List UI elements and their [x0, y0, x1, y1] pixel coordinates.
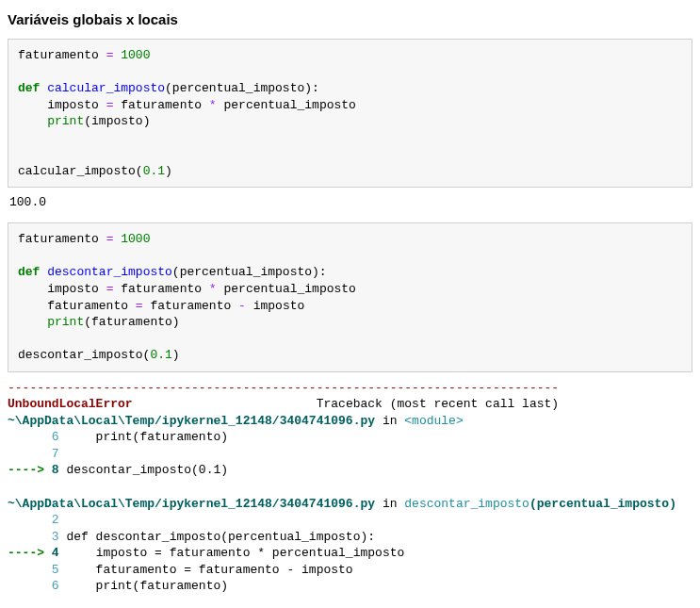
tb-path2: ~\AppData\Local\Temp/ipykernel_12148/340…: [8, 497, 375, 511]
c2-l1-var: faturamento: [18, 232, 106, 246]
tb-arrow1: ---->: [8, 463, 52, 477]
traceback: ----------------------------------------…: [8, 380, 692, 608]
c1-l5-ind: [18, 114, 47, 128]
tb-in2: in: [375, 497, 404, 511]
tb-arg-close: ): [669, 497, 676, 511]
tb-err-pad: [133, 397, 317, 411]
c2-l4-e: percentual_imposto: [217, 282, 356, 296]
c2-l1-num: 1000: [121, 232, 150, 246]
c1-l1-num: 1000: [121, 48, 150, 62]
c2-l3-def: def: [18, 265, 40, 279]
tb-arrow2: ---->: [8, 546, 52, 560]
c1-l3-fn: calcular_imposto: [47, 81, 165, 95]
c2-l5-e: imposto: [246, 299, 304, 313]
tb-f2-l4-n: 4: [52, 546, 59, 560]
tb-f1-l6-t: print(faturamento): [59, 430, 228, 444]
c2-l6-ind: [18, 315, 47, 329]
c2-l5-minus: -: [238, 299, 246, 313]
tb-f1-l8-a: descontar_imposto(: [59, 463, 199, 477]
tb-f2-l3-t: def descontar_imposto(percentual_imposto…: [59, 530, 375, 544]
tb-module: <module>: [404, 414, 463, 428]
tb-f2-l2-n: 2: [8, 513, 59, 527]
c2-l8-a: descontar_imposto(: [18, 348, 150, 362]
tb-f1-l7-n: 7: [8, 447, 59, 461]
tb-f1-l8-b: 0.1: [199, 463, 220, 477]
tb-f1-l8-n: 8: [52, 463, 59, 477]
tb-f2-l5-n: 5: [8, 563, 59, 577]
c2-l3-rest: (percentual_imposto):: [172, 265, 327, 279]
c1-l3-rest: (percentual_imposto):: [165, 81, 319, 95]
tb-f1-l8-c: ): [220, 463, 228, 477]
c2-l8-c: ): [172, 348, 180, 362]
c2-l5-eq: =: [136, 299, 143, 313]
c1-l5-print: print: [47, 114, 84, 128]
tb-f1-l6-n: 6: [8, 430, 59, 444]
c1-l8-c: ): [165, 164, 172, 178]
c1-l1-var: faturamento: [18, 48, 106, 62]
c1-l4-e: percentual_imposto: [217, 98, 356, 112]
tb-f2-l6-n: 6: [8, 579, 59, 593]
code-cell-1: faturamento = 1000 def calcular_imposto(…: [8, 39, 692, 188]
c1-l5-arg: (imposto): [84, 114, 150, 128]
c2-l4-c: faturamento: [113, 282, 208, 296]
tb-in1: in: [375, 414, 404, 428]
tb-path1: ~\AppData\Local\Temp/ipykernel_12148/340…: [8, 414, 375, 428]
c1-l3-def: def: [18, 81, 40, 95]
c1-l4-a: imposto: [18, 98, 106, 112]
tb-arg-name: percentual_imposto: [537, 497, 669, 511]
output-1: 100.0: [9, 195, 692, 209]
c1-l4-mul: *: [209, 98, 217, 112]
c2-l6-print: print: [47, 315, 84, 329]
c2-l4-a: imposto: [18, 282, 106, 296]
c2-l4-mul: *: [209, 282, 217, 296]
c1-l8-num: 0.1: [143, 164, 165, 178]
tb-f2-l4-t: imposto = faturamento * percentual_impos…: [59, 546, 405, 560]
tb-f2-l5-t: faturamento = faturamento - imposto: [59, 563, 353, 577]
tb-arg-open: (: [529, 497, 537, 511]
c1-l8-a: calcular_imposto(: [18, 164, 143, 178]
tb-f2-l6-t: print(faturamento): [59, 579, 228, 593]
tb-trace-label: Traceback (most recent call last): [317, 397, 559, 411]
c2-l3-fn: descontar_imposto: [47, 265, 172, 279]
tb-f2-l3-n: 3: [8, 530, 59, 544]
c2-l8-num: 0.1: [150, 348, 171, 362]
tb-err-name: UnboundLocalError: [8, 397, 133, 411]
page-title: Variáveis globais x locais: [8, 11, 692, 27]
c1-l4-c: faturamento: [113, 98, 208, 112]
c2-l5-a: faturamento: [18, 299, 136, 313]
tb-fn2: descontar_imposto: [404, 497, 529, 511]
c2-l5-c: faturamento: [143, 299, 238, 313]
tb-dashes: ----------------------------------------…: [8, 381, 559, 395]
c2-l6-arg: (faturamento): [84, 315, 179, 329]
code-cell-2: faturamento = 1000 def descontar_imposto…: [8, 222, 692, 371]
